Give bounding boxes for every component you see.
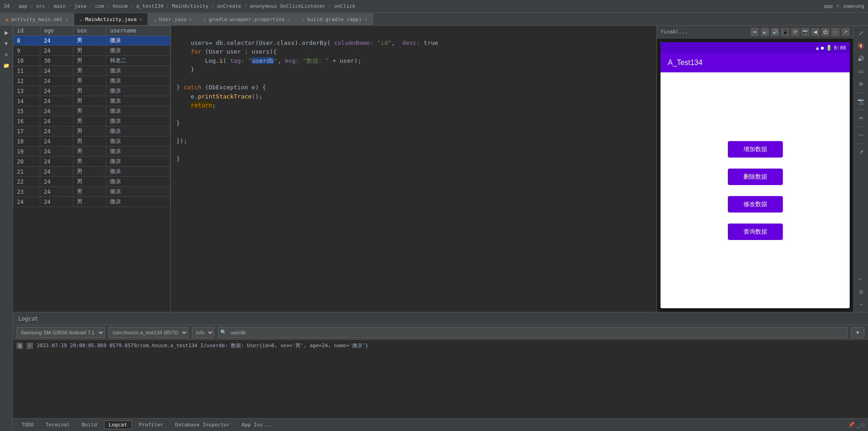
table-cell-sex: 男 [73, 76, 106, 86]
bottom-panel-minimize-btn[interactable]: _ [857, 422, 859, 428]
table-row[interactable]: 1224男微凉 [13, 76, 170, 86]
breadcrumb-app[interactable]: app [18, 3, 27, 9]
more-options-btn[interactable]: ⋯ [856, 130, 867, 141]
col-age: age [40, 26, 73, 36]
breadcrumb-hnucm[interactable]: hnucm [113, 3, 128, 9]
status-time: 8:08 [834, 45, 846, 51]
device-volume-up-btn[interactable]: 🔊 [771, 28, 779, 36]
log-delete-btn[interactable]: 🗑 [16, 343, 23, 349]
table-cell-sex: 男 [73, 56, 106, 66]
tab-build[interactable]: Build [76, 420, 102, 429]
bottom-panel-pin-btn[interactable]: 📌 [848, 422, 855, 428]
tab-gradle-wrapper[interactable]: ⚙ gradle-wrapper.properties × [198, 13, 296, 25]
tab-close-gradle-wrapper[interactable]: × [288, 17, 290, 22]
tab-close-xml[interactable]: × [66, 17, 68, 22]
snapshot-btn[interactable]: 📷 [856, 96, 867, 107]
device-external-btn[interactable]: ↗ [841, 28, 850, 36]
tab-mainactivity-java[interactable]: ☕ MainActivity.java × [74, 13, 148, 25]
table-row[interactable]: 824男微凉 [13, 36, 170, 46]
device-volume-down-btn[interactable]: 🔉 [761, 28, 769, 36]
breadcrumb-com[interactable]: com [95, 3, 104, 9]
breadcrumb-samsung[interactable]: samsung [843, 3, 864, 9]
logcat-search-input[interactable] [229, 327, 847, 338]
collapse-all-button[interactable]: ▼ [1, 38, 11, 49]
breadcrumb-onclick[interactable]: onClick [334, 3, 355, 9]
screen-size-btn[interactable]: ▭ [856, 66, 867, 77]
tab-terminal[interactable]: Terminal [41, 420, 75, 429]
table-row[interactable]: 1124男微凉 [13, 66, 170, 76]
table-cell-sex: 男 [73, 187, 106, 197]
device-resize-btn[interactable]: ⇔ [751, 28, 759, 36]
tab-build-gradle[interactable]: ⚙ build.gradle (app) × [296, 13, 373, 25]
breadcrumb-oncreate[interactable]: onCreate [217, 3, 241, 9]
structure-button[interactable]: ≡ [1, 49, 11, 60]
table-row[interactable]: 1324男微凉 [13, 86, 170, 96]
maximize-btn[interactable]: ⤢ [856, 27, 867, 38]
breadcrumb-app2[interactable]: app [824, 3, 833, 9]
table-row[interactable]: 1624男微凉 [13, 116, 170, 126]
sound-high-btn[interactable]: 🔊 [856, 53, 867, 64]
back-nav-btn[interactable]: ← [856, 273, 867, 284]
resource-manager-button[interactable]: 📁 [1, 60, 11, 71]
forward-nav-btn[interactable]: → [856, 299, 867, 310]
tab-close-build-gradle[interactable]: × [365, 17, 367, 22]
external-link-btn[interactable]: ↗ [856, 147, 867, 158]
modify-data-button[interactable]: 修改数据 [728, 196, 783, 213]
table-row[interactable]: 2424男微凉 [13, 197, 170, 207]
logcat-settings-btn[interactable]: ▼ [851, 327, 864, 338]
package-selector[interactable]: com.hnucm.a_test134 (8579) [109, 327, 188, 338]
table-row[interactable]: 2324男微凉 [13, 187, 170, 197]
code-editor[interactable]: users= db.selector(User.class).orderBy( … [171, 26, 656, 312]
breadcrumb-listener[interactable]: anonymous OnClickListener [250, 3, 326, 9]
breadcrumb-java[interactable]: java [74, 3, 87, 9]
tab-bar: ◆ activity_main.xml × ☕ MainActivity.jav… [0, 13, 868, 26]
tab-close-user[interactable]: × [189, 17, 192, 22]
tab-profiler[interactable]: Profiler [134, 420, 168, 429]
device-back-btn[interactable]: ◀ [811, 28, 819, 36]
query-data-button[interactable]: 查询数据 [728, 224, 783, 240]
tab-user-java[interactable]: ☕ User.java × [148, 13, 198, 25]
sound-low-btn[interactable]: 🔇 [856, 40, 867, 51]
delete-data-button[interactable]: 删除数据 [728, 169, 783, 185]
device-more-btn[interactable]: ⋯ [831, 28, 840, 36]
device-selector[interactable]: Samsung SM-G9550 Android 7.1 [16, 327, 105, 338]
tab-todo[interactable]: TODO [16, 420, 39, 429]
home-nav-btn[interactable]: ⊙ [856, 286, 867, 297]
table-row[interactable]: 1424男微凉 [13, 96, 170, 106]
rotate-btn[interactable]: ⟳ [856, 79, 867, 90]
device-screen-btn[interactable]: 📱 [781, 28, 789, 36]
tab-close-mainactivity[interactable]: × [139, 17, 142, 22]
tab-database-inspector[interactable]: Database Inspector [170, 420, 235, 429]
battery-icon: 🔋 [826, 45, 832, 51]
table-row[interactable]: 924男微凉 [13, 46, 170, 56]
breadcrumb-src[interactable]: src [36, 3, 45, 9]
logcat-panel: Logcat Samsung SM-G9550 Android 7.1 com.… [13, 312, 868, 431]
breadcrumb-mainactivity[interactable]: MainActivity [172, 3, 208, 9]
breadcrumb-test134[interactable]: a_test134 [136, 3, 164, 9]
table-cell-age: 24 [40, 167, 73, 177]
device-screenshot-btn[interactable]: 📷 [801, 28, 809, 36]
bottom-panel-maximize-btn[interactable]: □ [861, 422, 864, 428]
table-row[interactable]: 1524男微凉 [13, 106, 170, 116]
cut-btn[interactable]: ✂ [856, 113, 867, 124]
table-row[interactable]: 1924男微凉 [13, 147, 170, 157]
expand-all-button[interactable]: ▶ [1, 27, 11, 38]
table-row[interactable]: 1030男韩老二 [13, 56, 170, 66]
add-data-button[interactable]: 增加数据 [728, 141, 783, 158]
device-rotate-btn[interactable]: ⟳ [791, 28, 799, 36]
log-download-btn[interactable]: ⬇ [27, 343, 33, 349]
breadcrumb-main[interactable]: main [54, 3, 66, 9]
table-row[interactable]: 2124男微凉 [13, 167, 170, 177]
device-power-btn[interactable]: ⏻ [821, 28, 830, 36]
table-row[interactable]: 1824男微凉 [13, 136, 170, 147]
table-row[interactable]: 2224男微凉 [13, 177, 170, 187]
tab-app-inspector[interactable]: App Ins... [237, 420, 277, 429]
logcat-header: Logcat [13, 312, 868, 325]
tab-activity-xml[interactable]: ◆ activity_main.xml × [0, 13, 74, 25]
table-row[interactable]: 1724男微凉 [13, 126, 170, 136]
table-cell-username: 微凉 [106, 177, 170, 187]
logcat-content: 🗑 ⬇ 2022-07-19 20:08:05.869 8579-8579/co… [13, 340, 868, 418]
level-selector[interactable]: Info [192, 327, 214, 338]
tab-logcat[interactable]: Logcat [104, 420, 132, 429]
table-row[interactable]: 2024男微凉 [13, 157, 170, 167]
